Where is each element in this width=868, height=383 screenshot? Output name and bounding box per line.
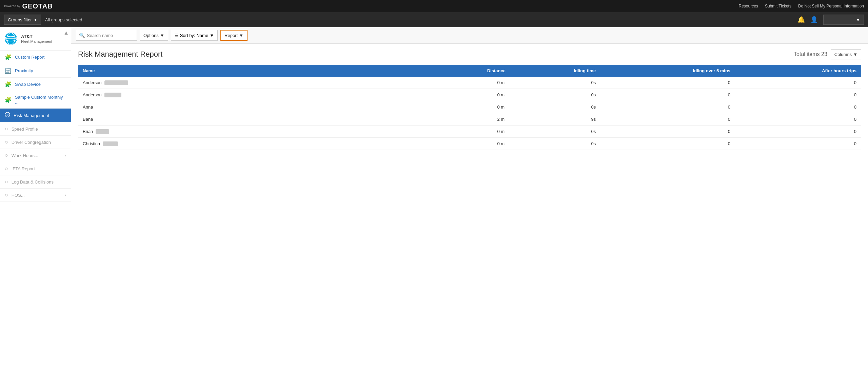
cell-idling-over: 0 — [600, 113, 735, 126]
work-hours-chevron-icon: › — [65, 153, 66, 157]
cell-after-hours: 0 — [735, 101, 861, 113]
sidebar-item-custom-report[interactable]: 🧩 Custom Report — [0, 51, 71, 64]
user-chevron-icon: ▼ — [856, 17, 860, 22]
sidebar-header: AT&T Fleet Management — [0, 27, 71, 51]
report-button[interactable]: Report ▼ — [220, 30, 248, 41]
table-row: Brian0 mi0s00 — [78, 126, 861, 138]
sidebar-item-work-hours[interactable]: ○ Work Hours... › — [0, 149, 71, 162]
cell-name: Brian — [78, 126, 431, 138]
sidebar-item-label: Risk Management — [14, 113, 49, 118]
sidebar-title: AT&T — [21, 34, 52, 39]
name-redacted — [104, 80, 128, 85]
cell-after-hours: 0 — [735, 126, 861, 138]
cell-idling-time: 0s — [510, 77, 600, 89]
sidebar-item-label: Speed Profile — [12, 127, 38, 132]
top-nav-links: Resources Submit Tickets Do Not Sell My … — [739, 4, 864, 8]
do-not-sell-link[interactable]: Do Not Sell My Personal Information — [798, 4, 864, 8]
sidebar-item-risk-management[interactable]: Risk Management — [0, 109, 71, 122]
search-input[interactable] — [87, 33, 134, 38]
groups-bar-right: 🔔 👤 ▼ — [797, 15, 864, 25]
congregation-icon: ○ — [5, 139, 8, 145]
cell-idling-over: 0 — [600, 77, 735, 89]
report-header: Risk Management Report Total items 23 Co… — [78, 49, 861, 59]
cell-idling-over: 0 — [600, 89, 735, 101]
cell-idling-time: 9s — [510, 113, 600, 126]
sidebar-item-label: IFTA Report — [12, 166, 35, 171]
powered-by-label: Powered by — [4, 5, 20, 8]
sidebar-item-hos[interactable]: ○ HOS... › — [0, 189, 71, 202]
cell-name: Baha — [78, 113, 431, 126]
cell-distance: 0 mi — [431, 126, 510, 138]
sidebar-item-ifta-report[interactable]: ○ IFTA Report — [0, 162, 71, 175]
col-idling-over: Idling over 5 mins — [600, 65, 735, 77]
cell-name: Anderson — [78, 89, 431, 101]
total-items-label: Total items 23 — [794, 51, 827, 57]
submit-tickets-link[interactable]: Submit Tickets — [765, 4, 791, 8]
sidebar-item-swap-device[interactable]: 🧩 Swap Device — [0, 78, 71, 91]
resources-link[interactable]: Resources — [739, 4, 758, 8]
table-row: Anderson0 mi0s00 — [78, 77, 861, 89]
groups-bar: Groups filter ▼ All groups selected 🔔 👤 … — [0, 12, 868, 27]
sample-icon: 🧩 — [5, 97, 12, 103]
cell-idling-over: 0 — [600, 126, 735, 138]
sort-value: Name — [196, 33, 208, 38]
report-chevron-icon: ▼ — [239, 33, 243, 38]
cell-name: Anderson — [78, 77, 431, 89]
sidebar-collapse-button[interactable]: ▲ — [63, 30, 69, 36]
options-label: Options — [143, 33, 159, 38]
sidebar-item-label: Work Hours... — [12, 153, 38, 158]
bell-icon[interactable]: 🔔 — [797, 16, 805, 23]
options-button[interactable]: Options ▼ — [140, 30, 168, 41]
driver-name: Brian — [83, 129, 93, 134]
geotab-wordmark: GEOTAB — [22, 2, 53, 10]
sidebar-item-sample-custom[interactable]: 🧩 Sample Custom Monthly ... — [0, 91, 71, 109]
cell-idling-over: 0 — [600, 138, 735, 150]
columns-label: Columns — [834, 52, 852, 57]
puzzle-icon: 🧩 — [5, 54, 12, 60]
table-row: Anna0 mi0s00 — [78, 101, 861, 113]
logo-area: Powered by GEOTAB — [4, 2, 53, 10]
sidebar-item-label: Driver Congregation — [12, 140, 51, 145]
sidebar-item-driver-congregation[interactable]: ○ Driver Congregation — [0, 136, 71, 149]
sort-control[interactable]: ☰ Sort by: Name ▼ — [171, 30, 218, 41]
sidebar-item-label: HOS... — [12, 193, 25, 198]
cell-after-hours: 0 — [735, 113, 861, 126]
groups-filter-chevron-icon: ▼ — [34, 18, 37, 22]
risk-icon — [5, 112, 10, 119]
driver-name: Christina — [83, 141, 100, 146]
cell-distance: 2 mi — [431, 113, 510, 126]
main-layout: ▲ AT&T Fleet Management 🧩 Custom Report … — [0, 27, 868, 383]
geotab-logo: Powered by GEOTAB — [4, 2, 53, 10]
sidebar-item-label: Proximity — [15, 68, 33, 73]
hos-chevron-icon: › — [65, 193, 66, 197]
driver-name: Anderson — [83, 92, 102, 97]
report-label: Report — [224, 33, 238, 38]
sidebar-app-name: AT&T Fleet Management — [21, 34, 52, 43]
sidebar-item-label: Sample Custom Monthly ... — [15, 95, 66, 105]
driver-name: Anna — [83, 104, 93, 110]
cell-distance: 0 mi — [431, 101, 510, 113]
cell-after-hours: 0 — [735, 138, 861, 150]
sidebar: ▲ AT&T Fleet Management 🧩 Custom Report … — [0, 27, 71, 383]
user-icon[interactable]: 👤 — [810, 16, 818, 23]
col-name: Name — [78, 65, 431, 77]
sidebar-item-proximity[interactable]: 🔄 Proximity — [0, 64, 71, 78]
ifta-icon: ○ — [5, 166, 8, 172]
cell-distance: 0 mi — [431, 138, 510, 150]
cell-after-hours: 0 — [735, 77, 861, 89]
cell-distance: 0 mi — [431, 89, 510, 101]
cell-idling-over: 0 — [600, 101, 735, 113]
user-menu-button[interactable]: ▼ — [823, 15, 864, 25]
groups-filter-button[interactable]: Groups filter ▼ — [4, 15, 41, 25]
sidebar-item-log-data[interactable]: ○ Log Data & Collisions — [0, 175, 71, 189]
col-distance: Distance — [431, 65, 510, 77]
swap-icon: 🧩 — [5, 81, 12, 88]
sidebar-item-label: Log Data & Collisions — [12, 179, 54, 185]
columns-button[interactable]: Columns ▼ — [831, 49, 861, 59]
cell-idling-time: 0s — [510, 101, 600, 113]
proximity-icon: 🔄 — [5, 68, 12, 74]
search-icon: 🔍 — [79, 33, 85, 38]
content-toolbar: 🔍 Options ▼ ☰ Sort by: Name ▼ Report ▼ — [71, 27, 868, 44]
sidebar-item-speed-profile[interactable]: ○ Speed Profile — [0, 122, 71, 136]
search-box[interactable]: 🔍 — [76, 30, 137, 41]
